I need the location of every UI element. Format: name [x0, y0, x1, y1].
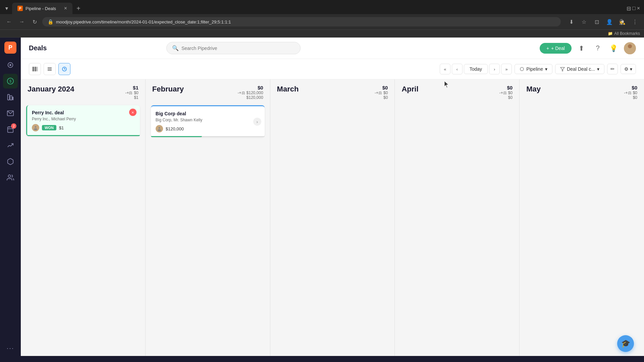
search-input[interactable]	[181, 46, 295, 51]
deal-action-bigcorp[interactable]: ›	[253, 118, 261, 126]
april-stat: $0	[499, 95, 513, 100]
march-cards	[270, 103, 395, 108]
profile-icon[interactable]: 👤	[604, 17, 614, 27]
settings-button[interactable]: ⚙ ▾	[621, 64, 636, 74]
deal-progress-bigcorp	[151, 136, 265, 137]
settings-gear-icon: ⚙	[624, 66, 629, 72]
svg-point-26	[158, 127, 160, 129]
svg-rect-5	[10, 96, 12, 100]
svg-marker-23	[560, 67, 565, 71]
page-title: Deals	[29, 44, 47, 52]
tab-nav-left[interactable]: ⊟	[627, 5, 631, 12]
sidebar-item-mail[interactable]	[3, 106, 18, 121]
search-icon: 🔍	[172, 45, 179, 51]
download-icon[interactable]: ⬇	[566, 17, 576, 27]
pipeline-filter-button[interactable]: Pipeline ▾	[515, 64, 552, 74]
sidebar-item-pipeline[interactable]	[3, 90, 18, 105]
svg-point-14	[626, 50, 634, 54]
deal-title-bigcorp: Big Corp deal	[156, 111, 260, 116]
bookmark-star-icon[interactable]: ☆	[579, 17, 589, 27]
svg-text:$: $	[9, 79, 11, 83]
nav-prev-button[interactable]: ‹	[452, 64, 463, 74]
january-amount: $1	[125, 85, 138, 90]
search-container: 🔍	[166, 42, 301, 54]
incognito-icon[interactable]: 🕵	[617, 17, 627, 27]
month-name-january: January 2024	[28, 85, 74, 94]
deal-card-perry[interactable]: × Perry Inc. deal Perry Inc., Michael Pe…	[26, 105, 140, 136]
tab-nav-close[interactable]: ×	[637, 5, 640, 12]
sidebar-item-activity[interactable]	[3, 58, 18, 72]
user-avatar[interactable]	[624, 42, 636, 54]
forward-button[interactable]: →	[17, 17, 27, 27]
back-button[interactable]: ←	[4, 17, 14, 27]
may-stat: $0	[624, 95, 637, 100]
new-tab-button[interactable]: +	[74, 3, 83, 14]
main-content: Deals 🔍 + + Deal ⬆ ? 💡	[21, 38, 644, 356]
january-balance-row: -+⚖$0	[125, 90, 138, 95]
month-column-march: March $0 -+⚖$0 $0	[270, 79, 395, 356]
svg-point-1	[9, 64, 11, 66]
deal-footer-bigcorp: $120,000	[156, 125, 260, 132]
tab-dropdown-arrow[interactable]: ▼	[3, 4, 11, 12]
sidebar: P $ 2 ···	[0, 38, 21, 356]
sidebar-item-contacts[interactable]	[3, 170, 18, 185]
nav-next-button[interactable]: ›	[489, 64, 500, 74]
deal-filter-button[interactable]: Deal Deal c... ▾	[555, 64, 604, 74]
screenshot-icon[interactable]: ⊡	[592, 17, 602, 27]
svg-rect-6	[12, 97, 13, 100]
deal-cancel-perry[interactable]: ×	[129, 109, 137, 116]
deal-progress-perry	[27, 135, 140, 136]
reload-button[interactable]: ↻	[30, 17, 40, 27]
ssl-lock-icon: 🔒	[48, 19, 53, 24]
bookmarks-label[interactable]: All Bookmarks	[614, 31, 640, 36]
svg-rect-4	[8, 95, 10, 100]
month-name-may: May	[526, 85, 541, 94]
url-text: moodjoy.pipedrive.com/timeline/month/202…	[56, 19, 231, 24]
sidebar-item-calendar[interactable]: 2	[3, 122, 18, 137]
today-button[interactable]: Today	[464, 64, 488, 74]
svg-point-24	[35, 126, 37, 128]
deal-card-bigcorp[interactable]: › Big Corp deal Big Corp, Mr. Shawn Kell…	[151, 105, 265, 137]
app-logo[interactable]: P	[4, 42, 16, 54]
month-name-march: March	[277, 85, 299, 94]
lightbulb-button[interactable]: 💡	[608, 42, 620, 54]
timeline-view-button[interactable]	[58, 63, 70, 75]
menu-icon[interactable]: ⋮	[630, 17, 640, 27]
tab-close-button[interactable]: ×	[64, 5, 67, 11]
svg-point-12	[8, 175, 11, 177]
february-amount: $0	[238, 85, 263, 90]
upload-button[interactable]: ⬆	[576, 42, 588, 54]
svg-rect-15	[33, 67, 34, 71]
month-name-february: February	[152, 85, 184, 94]
march-stat: $0	[375, 95, 388, 100]
pipeline-filter-label: Pipeline	[526, 66, 543, 72]
address-bar[interactable]: 🔒 moodjoy.pipedrive.com/timeline/month/2…	[42, 17, 561, 26]
bookmarks-folder-icon: 📁	[608, 31, 613, 36]
nav-first-button[interactable]: «	[440, 64, 450, 74]
add-deal-button[interactable]: + + Deal	[540, 43, 572, 54]
sidebar-more-icon[interactable]: ···	[7, 344, 14, 352]
tab-nav-right[interactable]: □	[632, 5, 636, 12]
month-column-may: May $0 -+⚖$0 $0	[520, 79, 644, 356]
help-fab-button[interactable]: 🎓	[617, 335, 634, 352]
nav-last-button[interactable]: »	[501, 64, 512, 74]
edit-button[interactable]: ✏	[607, 64, 618, 74]
active-tab[interactable]: P Pipeline - Deals ×	[12, 3, 72, 14]
may-cards	[520, 103, 644, 108]
sidebar-item-deals[interactable]: $	[3, 74, 18, 88]
timeline-container: January 2024 $1 -+⚖$0 $1 ×	[21, 79, 644, 356]
tab-title: Pipeline - Deals	[25, 6, 56, 11]
deal-avatar-perry	[32, 124, 39, 131]
svg-point-22	[520, 67, 524, 71]
kanban-view-button[interactable]	[29, 63, 41, 75]
sidebar-item-reports[interactable]	[3, 138, 18, 153]
deal-subtitle-bigcorp: Big Corp, Mr. Shawn Kelly	[156, 118, 260, 122]
help-button[interactable]: ?	[592, 42, 604, 54]
deal-value-perry: $1	[59, 125, 64, 130]
add-icon: +	[546, 46, 549, 51]
list-view-button[interactable]	[44, 63, 56, 75]
sidebar-item-products[interactable]	[3, 154, 18, 169]
march-amount: $0	[375, 85, 388, 90]
deal-filter-label: Deal Deal c...	[567, 66, 595, 72]
svg-rect-17	[37, 67, 37, 71]
